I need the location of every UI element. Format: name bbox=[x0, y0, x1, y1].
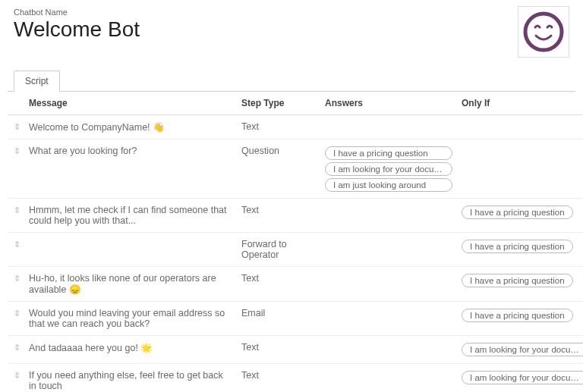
table-row: ⇕Forward to OperatorI have a pricing que… bbox=[8, 233, 583, 267]
step-type[interactable]: Text bbox=[241, 370, 316, 381]
only-if-pill[interactable]: I am looking for your documentati... bbox=[462, 371, 583, 384]
step-message[interactable]: Hu-ho, it looks like none of our operato… bbox=[29, 273, 232, 295]
answer-pill[interactable]: I am looking for your documentati... bbox=[325, 162, 452, 176]
column-header-message[interactable]: Message bbox=[24, 92, 237, 115]
step-type[interactable]: Text bbox=[241, 205, 316, 215]
only-if-pill[interactable]: I have a pricing question bbox=[462, 309, 573, 322]
step-message[interactable]: Hmmm, let me check if I can find someone… bbox=[29, 205, 232, 226]
table-row: ⇕And tadaaaa here you go! 🌟TextI am look… bbox=[8, 336, 583, 364]
table-row: ⇕What are you looking for?QuestionI have… bbox=[8, 140, 583, 199]
step-message[interactable]: What are you looking for? bbox=[29, 146, 232, 156]
drag-handle-icon[interactable]: ⇕ bbox=[14, 274, 19, 283]
drag-handle-icon[interactable]: ⇕ bbox=[14, 343, 19, 352]
table-row: ⇕If you need anything else, feel free to… bbox=[8, 364, 583, 393]
table-row: ⇕Would you mind leaving your email addre… bbox=[8, 302, 583, 336]
step-message[interactable]: If you need anything else, feel free to … bbox=[29, 370, 232, 391]
only-if-pill[interactable]: I am looking for your documentati... bbox=[462, 343, 583, 356]
drag-handle-icon[interactable]: ⇕ bbox=[14, 240, 19, 249]
step-type[interactable]: Forward to Operator bbox=[241, 239, 316, 260]
only-if-pill[interactable]: I have a pricing question bbox=[462, 205, 573, 219]
tab-bar: Script bbox=[8, 70, 575, 92]
only-if-pill[interactable]: I have a pricing question bbox=[462, 240, 573, 253]
step-type[interactable]: Text bbox=[241, 121, 316, 132]
svg-point-0 bbox=[525, 14, 562, 50]
drag-handle-icon[interactable]: ⇕ bbox=[14, 205, 19, 215]
smiley-icon bbox=[522, 11, 565, 53]
table-row: ⇕Welcome to CompanyName! 👋Text🗑 bbox=[8, 115, 583, 140]
step-type[interactable]: Text bbox=[241, 273, 316, 284]
chatbot-name-label: Chatbot Name bbox=[14, 8, 140, 17]
tab-script[interactable]: Script bbox=[14, 71, 60, 92]
table-row: ⇕Hmmm, let me check if I can find someon… bbox=[8, 199, 583, 233]
step-type[interactable]: Text bbox=[241, 342, 316, 353]
column-header-step-type[interactable]: Step Type bbox=[237, 92, 320, 115]
column-header-answers[interactable]: Answers bbox=[320, 92, 457, 115]
only-if-pill[interactable]: I have a pricing question bbox=[462, 274, 573, 287]
step-message[interactable]: And tadaaaa here you go! 🌟 bbox=[29, 342, 232, 353]
drag-handle-icon[interactable]: ⇕ bbox=[14, 122, 19, 131]
drag-handle-icon[interactable]: ⇕ bbox=[14, 146, 19, 155]
column-header-only-if[interactable]: Only If bbox=[457, 92, 583, 115]
answers-list: I have a pricing questionI am looking fo… bbox=[325, 146, 452, 192]
drag-handle-icon[interactable]: ⇕ bbox=[14, 371, 19, 380]
step-message[interactable]: Welcome to CompanyName! 👋 bbox=[29, 121, 232, 133]
step-type[interactable]: Email bbox=[241, 308, 316, 318]
table-row: ⇕Hu-ho, it looks like none of our operat… bbox=[8, 267, 583, 302]
answer-pill[interactable]: I have a pricing question bbox=[325, 146, 452, 160]
step-message[interactable]: Would you mind leaving your email addres… bbox=[29, 308, 232, 329]
answer-pill[interactable]: I am just looking around bbox=[325, 178, 452, 192]
drag-handle-icon[interactable]: ⇕ bbox=[14, 309, 19, 318]
chatbot-avatar[interactable] bbox=[518, 6, 569, 58]
chatbot-name-value[interactable]: Welcome Bot bbox=[14, 18, 140, 42]
step-type[interactable]: Question bbox=[241, 146, 316, 156]
script-steps-table: Message Step Type Answers Only If ⇕Welco… bbox=[8, 92, 583, 392]
